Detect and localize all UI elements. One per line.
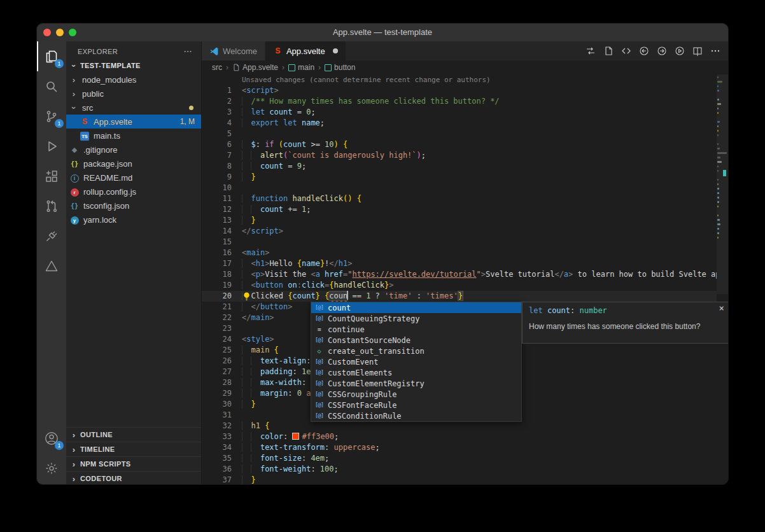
code-editor[interactable]: Unsaved changes (cannot determine recent…: [202, 74, 728, 485]
tree-item[interactable]: ◆.gitignore: [66, 143, 201, 157]
code-line[interactable]: 33 color: #ff3e00;: [202, 431, 717, 442]
line-number[interactable]: 29: [202, 388, 242, 399]
code-line[interactable]: 16<main>: [202, 248, 717, 258]
tree-item[interactable]: TSmain.ts: [66, 129, 201, 143]
line-number[interactable]: 15: [202, 237, 242, 248]
line-number[interactable]: 35: [202, 453, 242, 464]
more-actions-icon[interactable]: ⋯: [184, 46, 192, 56]
code-line[interactable]: 18 <p>Visit the <a href="https://svelte.…: [202, 269, 717, 280]
code-line[interactable]: 3 let count = 0;: [202, 107, 717, 118]
tree-item[interactable]: ›src: [66, 101, 201, 115]
suggest-item[interactable]: [@]customElements: [311, 367, 521, 378]
tree-item[interactable]: {}package.json: [66, 157, 201, 171]
tree-item[interactable]: yyarn.lock: [66, 213, 201, 227]
tab-app-svelte[interactable]: SApp.svelte: [265, 41, 346, 60]
split-editor-icon[interactable]: [690, 43, 705, 59]
tree-item[interactable]: rrollup.config.js: [66, 185, 201, 199]
code-line[interactable]: 4 export let name;: [202, 118, 717, 129]
breadcrumb-item[interactable]: App.svelte: [232, 63, 278, 72]
suggest-item[interactable]: [@]CustomEvent: [311, 356, 521, 367]
section-codetour[interactable]: ›CODETOUR: [66, 471, 201, 485]
suggest-item[interactable]: [@]count: [311, 302, 521, 313]
code-line[interactable]: 9 }: [202, 172, 717, 183]
files-icon[interactable]: 1: [37, 41, 66, 71]
zoom-button[interactable]: [69, 29, 76, 36]
code-icon[interactable]: [619, 43, 634, 59]
breadcrumb-item[interactable]: main: [288, 63, 314, 72]
code-line[interactable]: 6 $: if (count >= 10) {: [202, 139, 717, 150]
open-file-icon[interactable]: [601, 43, 616, 59]
suggest-item[interactable]: [@]CountQueuingStrategy: [311, 313, 521, 324]
triangle-extension-icon[interactable]: [37, 251, 66, 281]
breadcrumb-item[interactable]: src: [212, 63, 222, 72]
tree-item[interactable]: ›node_modules: [66, 73, 201, 87]
line-number[interactable]: 5: [202, 129, 242, 139]
next-change-icon[interactable]: [654, 43, 670, 59]
line-number[interactable]: 23: [202, 323, 242, 334]
line-number[interactable]: 25: [202, 345, 242, 356]
tree-item[interactable]: iREADME.md: [66, 171, 201, 185]
tree-item[interactable]: {}tsconfig.json: [66, 199, 201, 213]
suggest-item[interactable]: [@]CSSConditionRule: [311, 410, 521, 421]
section-npm-scripts[interactable]: ›NPM SCRIPTS: [66, 456, 201, 471]
source-control-icon[interactable]: 1: [37, 101, 66, 131]
line-number[interactable]: 20: [202, 291, 242, 302]
line-number[interactable]: 19: [202, 280, 242, 291]
line-number[interactable]: 32: [202, 421, 242, 431]
prev-change-icon[interactable]: [636, 43, 652, 59]
minimize-button[interactable]: [56, 29, 64, 36]
line-number[interactable]: 10: [202, 183, 242, 193]
line-number[interactable]: 24: [202, 334, 242, 345]
line-number[interactable]: 4: [202, 118, 242, 129]
line-number[interactable]: 14: [202, 226, 242, 237]
line-number[interactable]: 11: [202, 193, 242, 204]
suggest-item[interactable]: [@]CustomElementRegistry: [311, 378, 521, 389]
suggest-item[interactable]: ◇create_out_transition: [311, 346, 521, 356]
line-number[interactable]: 30: [202, 399, 242, 410]
line-number[interactable]: 28: [202, 377, 242, 388]
line-number[interactable]: 22: [202, 312, 242, 323]
remote-plug-icon[interactable]: [37, 221, 66, 251]
suggest-item[interactable]: [@]CSSFontFaceRule: [311, 400, 521, 410]
code-line[interactable]: 12 count += 1;: [202, 204, 717, 215]
extensions-icon[interactable]: [37, 161, 66, 191]
code-line[interactable]: 15: [202, 237, 717, 248]
code-line[interactable]: 11 function handleClick() {: [202, 193, 717, 204]
line-number[interactable]: 31: [202, 410, 242, 421]
lightbulb-icon[interactable]: [242, 291, 251, 303]
section-outline[interactable]: ›OUTLINE: [66, 427, 201, 442]
tree-item[interactable]: ›public: [66, 87, 201, 101]
color-swatch[interactable]: [292, 433, 299, 440]
code-line[interactable]: 19 <button on:click={handleClick}>: [202, 280, 717, 291]
line-number[interactable]: 8: [202, 161, 242, 172]
line-number[interactable]: 12: [202, 204, 242, 215]
code-line[interactable]: 17 <h1>Hello {name}!</h1>: [202, 258, 717, 269]
run-icon[interactable]: [672, 43, 687, 59]
line-number[interactable]: 16: [202, 248, 242, 258]
suggest-item[interactable]: ≡continue: [311, 324, 521, 335]
line-number[interactable]: 26: [202, 356, 242, 367]
line-number[interactable]: 17: [202, 258, 242, 269]
code-line[interactable]: 8 count = 9;: [202, 161, 717, 172]
line-number[interactable]: 1: [202, 85, 242, 96]
line-number[interactable]: 9: [202, 172, 242, 183]
github-pr-icon[interactable]: [37, 191, 66, 221]
line-number[interactable]: 37: [202, 475, 242, 485]
tree-item[interactable]: SApp.svelte1, M: [66, 115, 201, 129]
line-number[interactable]: 21: [202, 302, 242, 312]
run-debug-icon[interactable]: [37, 131, 66, 161]
accounts-icon[interactable]: 1: [37, 423, 66, 453]
code-line[interactable]: 37 }: [202, 475, 717, 485]
code-line[interactable]: 13 }: [202, 215, 717, 226]
line-number[interactable]: 27: [202, 367, 242, 377]
line-number[interactable]: 13: [202, 215, 242, 226]
line-number[interactable]: 34: [202, 442, 242, 453]
settings-gear-icon[interactable]: [37, 453, 66, 483]
line-number[interactable]: 3: [202, 107, 242, 118]
line-number[interactable]: 33: [202, 431, 242, 442]
suggest-item[interactable]: [@]ConstantSourceNode: [311, 335, 521, 346]
line-number[interactable]: 6: [202, 139, 242, 150]
breadcrumb-item[interactable]: button: [325, 63, 355, 72]
code-line[interactable]: 35 font-size: 4em;: [202, 453, 717, 464]
code-line[interactable]: 14</script>: [202, 226, 717, 237]
